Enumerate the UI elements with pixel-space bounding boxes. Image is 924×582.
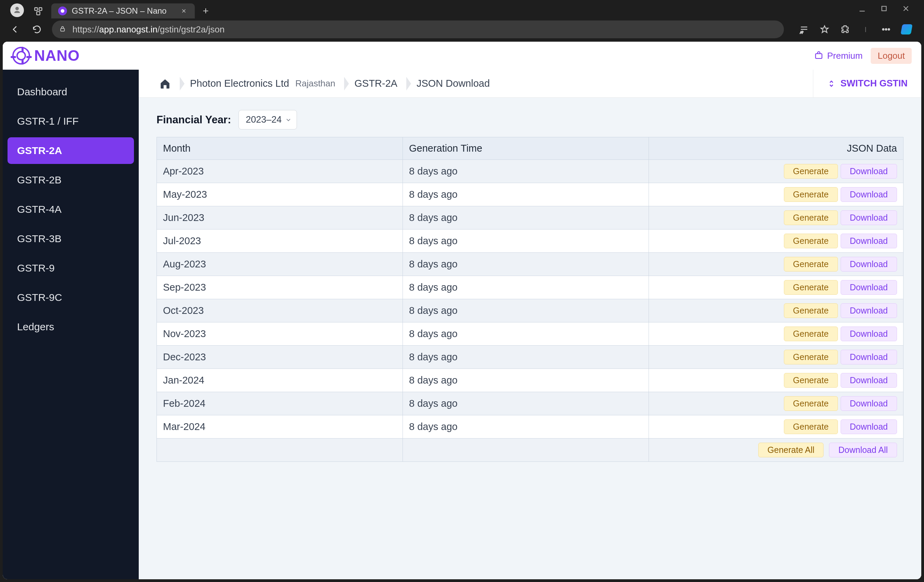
generate-button[interactable]: Generate	[784, 234, 838, 248]
download-button[interactable]: Download	[841, 257, 897, 272]
download-button[interactable]: Download	[841, 350, 897, 364]
premium-label: Premium	[827, 51, 863, 61]
cell-gen-time: 8 days ago	[403, 160, 649, 183]
cell-month: Nov-2023	[157, 322, 403, 346]
col-json-data: JSON Data	[649, 137, 904, 160]
divider: |	[860, 24, 871, 35]
breadcrumb-company[interactable]: Photon Electronics Ltd Rajasthan	[180, 76, 345, 92]
svg-point-8	[885, 29, 887, 30]
generate-button[interactable]: Generate	[784, 419, 838, 434]
download-button[interactable]: Download	[841, 210, 897, 225]
cell-gen-time: 8 days ago	[403, 206, 649, 229]
generate-button[interactable]: Generate	[784, 350, 838, 364]
tab-favicon	[58, 7, 67, 15]
download-button[interactable]: Download	[841, 373, 897, 387]
svg-rect-0	[35, 8, 38, 11]
download-button[interactable]: Download	[841, 326, 897, 341]
breadcrumb-state-label: Rajasthan	[295, 78, 335, 89]
col-month: Month	[157, 137, 403, 160]
generate-button[interactable]: Generate	[784, 373, 838, 387]
brand-logo-icon	[12, 47, 30, 64]
url-text: https://app.nanogst.in/gstin/gstr2a/json	[73, 24, 224, 35]
window-minimize-icon[interactable]	[858, 4, 866, 13]
cell-month: Jan-2024	[157, 369, 403, 392]
generate-button[interactable]: Generate	[784, 280, 838, 295]
cell-month: Feb-2024	[157, 392, 403, 415]
sidebar-item-gstr-2a[interactable]: GSTR-2A	[8, 137, 134, 164]
fy-select[interactable]: 2023–24	[239, 110, 297, 129]
extensions-icon[interactable]	[840, 24, 850, 35]
cell-month: Mar-2024	[157, 415, 403, 439]
cell-month: May-2023	[157, 183, 403, 206]
breadcrumb-home[interactable]	[150, 76, 180, 92]
read-aloud-icon[interactable]: A⁾	[799, 24, 809, 35]
svg-rect-5	[61, 28, 64, 31]
workspaces-icon[interactable]	[33, 7, 43, 16]
window-close-icon[interactable]	[901, 4, 910, 13]
sidebar-item-gstr-3b[interactable]: GSTR-3B	[8, 226, 134, 252]
download-all-button[interactable]: Download All	[829, 443, 897, 457]
brand-logo[interactable]: NANO	[12, 47, 80, 64]
sidebar-item-gstr-9c[interactable]: GSTR-9C	[8, 284, 134, 311]
download-button[interactable]: Download	[841, 303, 897, 318]
download-button[interactable]: Download	[841, 187, 897, 202]
cell-gen-time: 8 days ago	[403, 415, 649, 439]
download-button[interactable]: Download	[841, 164, 897, 179]
json-table: Month Generation Time JSON Data Apr-2023…	[157, 137, 904, 462]
cell-month: Apr-2023	[157, 160, 403, 183]
table-row: Mar-20248 days agoGenerateDownload	[157, 415, 904, 439]
address-bar[interactable]: https://app.nanogst.in/gstin/gstr2a/json	[52, 20, 784, 38]
cell-month: Jun-2023	[157, 206, 403, 229]
premium-link[interactable]: Premium	[814, 51, 863, 61]
download-button[interactable]: Download	[841, 280, 897, 295]
browser-titlebar: GSTR-2A – JSON – Nano +	[0, 0, 924, 17]
sidebar-item-gstr-2b[interactable]: GSTR-2B	[8, 167, 134, 193]
favorites-icon[interactable]	[819, 24, 830, 35]
col-gen-time: Generation Time	[403, 137, 649, 160]
table-row: Aug-20238 days agoGenerateDownload	[157, 253, 904, 276]
breadcrumb-return[interactable]: GSTR-2A	[345, 76, 407, 92]
fy-label: Financial Year:	[157, 114, 231, 126]
generate-button[interactable]: Generate	[784, 303, 838, 318]
generate-button[interactable]: Generate	[784, 326, 838, 341]
download-button[interactable]: Download	[841, 396, 897, 411]
window-maximize-icon[interactable]	[879, 4, 888, 13]
cell-gen-time: 8 days ago	[403, 346, 649, 369]
logout-button[interactable]: Logout	[871, 48, 912, 64]
switch-gstin-button[interactable]: SWITCH GSTIN	[813, 70, 922, 98]
copilot-icon[interactable]	[901, 24, 912, 35]
brand-name: NANO	[34, 47, 80, 64]
generate-button[interactable]: Generate	[784, 210, 838, 225]
generate-button[interactable]: Generate	[784, 164, 838, 179]
table-row: Jan-20248 days agoGenerateDownload	[157, 369, 904, 392]
sidebar: DashboardGSTR-1 / IFFGSTR-2AGSTR-2BGSTR-…	[3, 70, 139, 579]
generate-button[interactable]: Generate	[784, 257, 838, 272]
switch-gstin-label: SWITCH GSTIN	[841, 78, 908, 89]
nav-back-button[interactable]	[8, 23, 22, 36]
sidebar-item-gstr-4a[interactable]: GSTR-4A	[8, 196, 134, 223]
sidebar-item-ledgers[interactable]: Ledgers	[8, 313, 134, 340]
generate-button[interactable]: Generate	[784, 187, 838, 202]
sidebar-item-dashboard[interactable]: Dashboard	[8, 79, 134, 105]
new-tab-button[interactable]: +	[199, 4, 213, 18]
profile-avatar[interactable]	[10, 3, 24, 17]
more-menu-icon[interactable]	[881, 24, 891, 35]
cell-gen-time: 8 days ago	[403, 322, 649, 346]
generate-button[interactable]: Generate	[784, 396, 838, 411]
cell-gen-time: 8 days ago	[403, 276, 649, 299]
topbar: Photon Electronics Ltd Rajasthan GSTR-2A…	[139, 70, 921, 98]
download-button[interactable]: Download	[841, 419, 897, 434]
browser-tab-active[interactable]: GSTR-2A – JSON – Nano	[51, 3, 195, 18]
breadcrumb-page-label: JSON Download	[417, 78, 490, 89]
table-row: Jun-20238 days agoGenerateDownload	[157, 206, 904, 229]
tab-close-icon[interactable]	[180, 7, 188, 15]
lock-icon	[59, 24, 66, 35]
download-button[interactable]: Download	[841, 234, 897, 248]
sidebar-item-gstr-1-iff[interactable]: GSTR-1 / IFF	[8, 108, 134, 135]
nav-refresh-button[interactable]	[30, 23, 44, 36]
sidebar-item-gstr-9[interactable]: GSTR-9	[8, 255, 134, 282]
cell-gen-time: 8 days ago	[403, 392, 649, 415]
browser-toolbar: https://app.nanogst.in/gstin/gstr2a/json…	[0, 17, 924, 42]
generate-all-button[interactable]: Generate All	[758, 443, 824, 457]
table-row: May-20238 days agoGenerateDownload	[157, 183, 904, 206]
